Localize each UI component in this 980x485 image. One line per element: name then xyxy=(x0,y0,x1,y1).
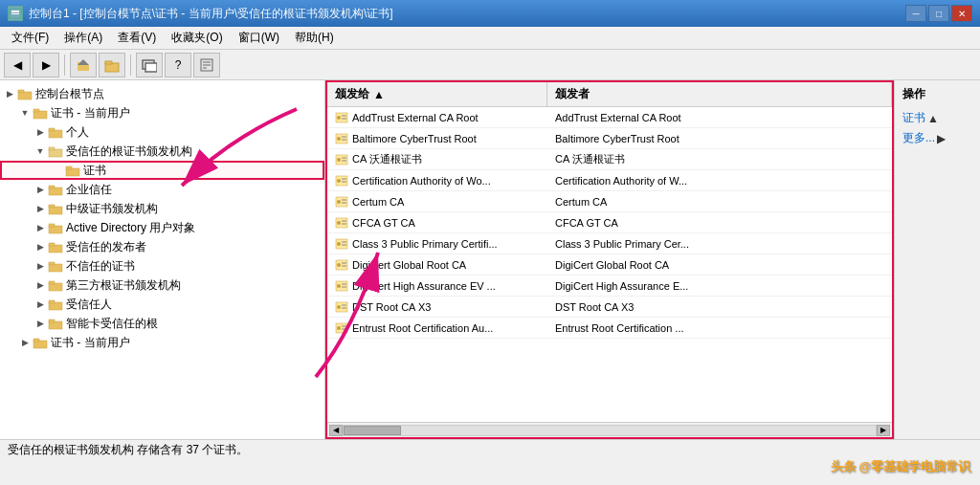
folder-button[interactable] xyxy=(99,53,125,77)
table-row[interactable]: AddTrust External CA Root AddTrust Exter… xyxy=(327,107,892,128)
expander-trusted-people[interactable]: ▶ xyxy=(33,297,48,312)
menu-file[interactable]: 文件(F) xyxy=(4,28,56,48)
svg-rect-26 xyxy=(49,205,55,208)
tree-label-intermediate: 中级证书颁发机构 xyxy=(66,201,158,217)
horizontal-scrollbar[interactable]: ◀ ▶ xyxy=(327,422,892,437)
tree-item-thirdparty[interactable]: ▶ 第三方根证书颁发机构 xyxy=(0,276,324,295)
expander-sc[interactable]: ▶ xyxy=(33,316,48,331)
expander-personal[interactable]: ▶ xyxy=(33,124,48,140)
cert-icon xyxy=(335,132,348,145)
table-row[interactable]: DigiCert Global Root CA DigiCert Global … xyxy=(327,254,892,276)
svg-rect-16 xyxy=(33,109,39,112)
tree-label-trusted-people: 受信任人 xyxy=(66,297,112,313)
menu-view[interactable]: 查看(V) xyxy=(110,28,164,48)
svg-point-58 xyxy=(337,200,341,204)
folder-icon-certs-user xyxy=(33,107,48,120)
expander-enterprise[interactable]: ▶ xyxy=(33,182,48,197)
svg-rect-22 xyxy=(66,166,72,169)
tree-item-enterprise[interactable]: ▶ 企业信任 xyxy=(0,180,324,199)
tree-panel: ▶ 控制台根节点 ▼ 证书 - 当前用户 ▶ 个人 ▼ 受信任的根证书颁发机构 xyxy=(0,80,325,439)
tree-item-certs-user-2[interactable]: ▶ 证书 - 当前用户 xyxy=(0,333,324,352)
content-area: 颁发给 ▲ 颁发者 AddTrust External CA Root xyxy=(325,80,980,439)
cert-table-body[interactable]: AddTrust External CA Root AddTrust Exter… xyxy=(327,107,892,422)
folder-icon-certificates xyxy=(65,165,80,177)
svg-rect-32 xyxy=(49,262,55,265)
properties-button[interactable] xyxy=(193,53,220,77)
cert-icon xyxy=(335,153,348,166)
back-button[interactable]: ◀ xyxy=(4,53,31,77)
cert-icon xyxy=(335,174,348,187)
svg-rect-28 xyxy=(49,224,55,227)
tree-item-trusted-people[interactable]: ▶ 受信任人 xyxy=(0,295,324,314)
table-row[interactable]: Class 3 Public Primary Certifi... Class … xyxy=(327,233,892,254)
minimize-button[interactable]: ─ xyxy=(905,5,926,22)
up-button[interactable] xyxy=(70,53,97,77)
expander-intermediate[interactable]: ▶ xyxy=(33,201,48,216)
cert-header-issuer[interactable]: 颁发者 xyxy=(547,82,892,106)
toolbar-separator-1 xyxy=(64,55,65,76)
scroll-right-btn[interactable]: ▶ xyxy=(877,425,890,436)
table-row[interactable]: Entrust Root Certification Au... Entrust… xyxy=(327,318,892,339)
close-button[interactable]: ✕ xyxy=(951,5,972,22)
table-row[interactable]: DigiCert High Assurance EV ... DigiCert … xyxy=(327,276,892,297)
tree-label-tp: 受信任的发布者 xyxy=(66,239,146,255)
forward-button[interactable]: ▶ xyxy=(33,53,59,77)
menu-window[interactable]: 窗口(W) xyxy=(231,28,287,48)
expander-untrusted[interactable]: ▶ xyxy=(33,258,48,274)
svg-point-66 xyxy=(337,242,341,246)
tree-item-untrusted[interactable]: ▶ 不信任的证书 xyxy=(0,256,324,276)
tree-item-intermediate[interactable]: ▶ 中级证书颁发机构 xyxy=(0,199,324,218)
restore-button[interactable]: □ xyxy=(928,5,949,22)
cert-icon xyxy=(335,258,348,272)
expander-certs-user[interactable]: ▼ xyxy=(17,105,33,121)
tree-item-smartcard[interactable]: ▶ 智能卡受信任的根 xyxy=(0,314,324,333)
svg-rect-3 xyxy=(78,65,89,71)
expander-root[interactable]: ▶ xyxy=(2,86,17,101)
folder-icon-enterprise xyxy=(48,184,63,196)
new-window-button[interactable] xyxy=(136,53,163,77)
table-row[interactable]: DST Root CA X3 DST Root CA X3 xyxy=(327,297,892,318)
watermark: 头条 @零基础学电脑常识 xyxy=(831,458,970,475)
action-cert[interactable]: 证书 ▲ xyxy=(899,108,976,128)
tree-item-trusted-root[interactable]: ▼ 受信任的根证书颁发机构 xyxy=(0,142,324,161)
expander-tp[interactable]: ▶ xyxy=(33,239,48,254)
tree-item-trusted-publishers[interactable]: ▶ 受信任的发布者 xyxy=(0,237,324,256)
table-row[interactable]: Certification Authority of Wo... Certifi… xyxy=(327,170,892,191)
menu-action[interactable]: 操作(A) xyxy=(56,28,110,48)
help-button[interactable]: ? xyxy=(165,53,191,77)
svg-rect-2 xyxy=(11,13,19,14)
scrollbar-track[interactable] xyxy=(343,425,877,436)
window-title: 控制台1 - [控制台模节点\证书 - 当前用户\受信任的根证书颁发机构\证书] xyxy=(29,6,393,22)
tree-label-ad: Active Directory 用户对象 xyxy=(66,220,195,236)
menu-favorites[interactable]: 收藏夹(O) xyxy=(164,28,230,48)
tree-item-certificates[interactable]: ▶ 证书 xyxy=(0,161,324,180)
table-row[interactable]: Baltimore CyberTrust Root Baltimore Cybe… xyxy=(327,128,892,149)
svg-rect-1 xyxy=(11,11,19,12)
tree-item-personal[interactable]: ▶ 个人 xyxy=(0,122,324,142)
expander-3p[interactable]: ▶ xyxy=(33,277,48,293)
table-row[interactable]: Certum CA Certum CA xyxy=(327,191,892,212)
scrollbar-thumb[interactable] xyxy=(344,426,401,435)
expander-certs-user-2[interactable]: ▶ xyxy=(17,335,33,350)
action-more[interactable]: 更多... ▶ xyxy=(899,128,976,148)
tree-item-root[interactable]: ▶ 控制台根节点 xyxy=(0,84,324,103)
window-controls[interactable]: ─ □ ✕ xyxy=(905,5,972,22)
tree-item-active-directory[interactable]: ▶ Active Directory 用户对象 xyxy=(0,218,324,237)
cert-icon xyxy=(335,237,348,251)
scroll-left-btn[interactable]: ◀ xyxy=(329,425,343,436)
svg-rect-20 xyxy=(49,147,55,150)
table-row[interactable]: CFCA GT CA CFCA GT CA xyxy=(327,212,892,233)
table-row[interactable]: CA 沃通根证书 CA 沃通根证书 xyxy=(327,149,892,170)
tree-label-untrusted: 不信任的证书 xyxy=(66,258,135,275)
folder-icon-tp xyxy=(48,241,63,254)
tree-label-enterprise: 企业信任 xyxy=(66,182,112,198)
cert-header-issued[interactable]: 颁发给 ▲ xyxy=(327,82,547,106)
folder-icon-trusted-people xyxy=(48,298,63,311)
folder-icon-sc xyxy=(48,318,63,330)
tree-item-certs-user[interactable]: ▼ 证书 - 当前用户 xyxy=(0,103,324,122)
expander-ad[interactable]: ▶ xyxy=(33,220,48,235)
svg-point-70 xyxy=(337,263,341,267)
expander-trusted-root[interactable]: ▼ xyxy=(33,143,48,159)
folder-icon-certs-user-2 xyxy=(33,337,48,349)
menu-help[interactable]: 帮助(H) xyxy=(287,28,342,48)
